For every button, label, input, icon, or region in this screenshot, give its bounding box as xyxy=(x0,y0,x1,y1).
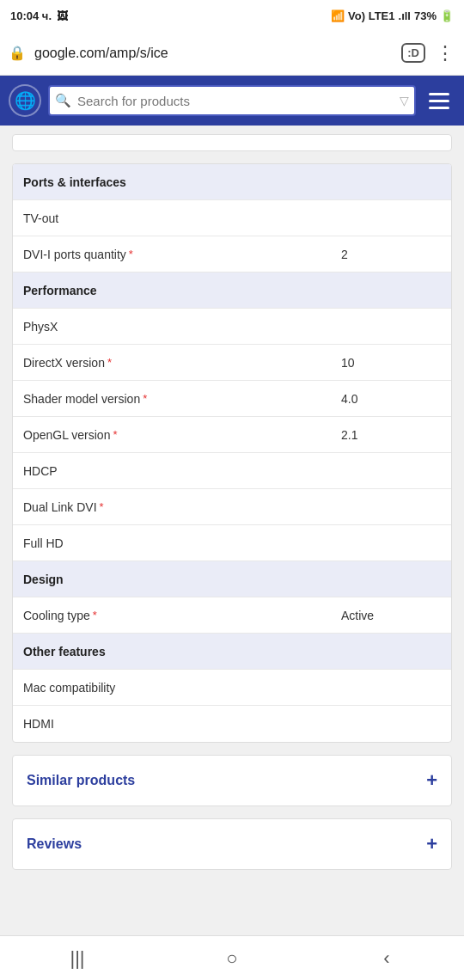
spec-label: Shader model version * xyxy=(13,381,331,416)
browser-actions: :D ⋮ xyxy=(401,42,455,64)
spec-row: OpenGL version *2.1 xyxy=(13,417,451,453)
required-star: * xyxy=(100,500,104,513)
carrier-label: Vo) LTE1 xyxy=(348,9,394,22)
bottom-nav-back[interactable]: ‹ xyxy=(361,941,412,976)
more-options-button[interactable]: ⋮ xyxy=(436,42,455,64)
spec-value: 4.0 xyxy=(331,381,451,416)
required-star: * xyxy=(113,428,117,441)
globe-icon: 🌐 xyxy=(15,90,36,111)
required-star: * xyxy=(129,248,133,260)
collapsible-title-similar-products: Similar products xyxy=(27,773,135,788)
spec-row: HDMI xyxy=(13,706,451,742)
lock-icon: 🔒 xyxy=(9,45,26,61)
spec-label: OpenGL version * xyxy=(13,417,331,452)
spec-label: Full HD xyxy=(13,525,451,560)
battery-icon: 🔋 xyxy=(440,9,454,22)
spec-label: DirectX version * xyxy=(13,345,331,380)
status-bar: 10:04 ч. 🖼 📶 Vo) LTE1 .ıll 73% 🔋 xyxy=(0,0,464,31)
spec-label: TV-out xyxy=(13,200,451,236)
required-star: * xyxy=(107,356,112,369)
browser-url[interactable]: google.com/amp/s/ice xyxy=(34,46,393,61)
spec-label: HDCP xyxy=(13,453,451,488)
collapsible-similar-products[interactable]: Similar products+ xyxy=(12,755,452,806)
spec-value: 10 xyxy=(331,345,451,380)
spec-label: Other features xyxy=(13,634,451,669)
spec-row: Full HD xyxy=(13,525,451,561)
collapsible-reviews[interactable]: Reviews+ xyxy=(12,818,452,870)
top-nav-bar: 🌐 🔍 ▽ xyxy=(0,76,464,126)
collapsible-plus-similar-products: + xyxy=(426,769,437,792)
status-right: 📶 Vo) LTE1 .ıll 73% 🔋 xyxy=(331,9,454,22)
spec-label: Performance xyxy=(13,273,451,308)
search-icon: 🔍 xyxy=(55,93,71,108)
spec-section-header: Design xyxy=(13,561,451,597)
emoji-button[interactable]: :D xyxy=(401,43,425,63)
spec-row: Dual Link DVI * xyxy=(13,489,451,525)
spec-label: PhysX xyxy=(13,309,451,344)
spec-row: DVI-I ports quantity *2 xyxy=(13,236,451,273)
globe-button[interactable]: 🌐 xyxy=(9,84,41,117)
spec-section-header: Other features xyxy=(13,634,451,670)
spec-label: Cooling type * xyxy=(13,597,331,633)
main-content: Ports & interfacesTV-outDVI-I ports quan… xyxy=(0,126,464,891)
search-wrapper: 🔍 ▽ xyxy=(48,85,416,116)
spec-row: Shader model version *4.0 xyxy=(13,381,451,417)
spec-value: 2 xyxy=(331,236,451,272)
spec-label: Dual Link DVI * xyxy=(13,489,451,524)
spec-table-card: Ports & interfacesTV-outDVI-I ports quan… xyxy=(12,163,452,743)
hamburger-button[interactable] xyxy=(423,84,455,117)
bottom-nav: ||| ○ ‹ xyxy=(0,935,464,980)
spec-row: PhysX xyxy=(13,309,451,345)
spec-value: 2.1 xyxy=(331,417,451,452)
spec-label: Mac compatibility xyxy=(13,670,451,705)
spec-label: Design xyxy=(13,561,451,597)
bottom-nav-menu[interactable]: ||| xyxy=(52,941,103,976)
search-input[interactable] xyxy=(48,85,416,116)
spec-row: Mac compatibility xyxy=(13,670,451,706)
spec-row: Cooling type *Active xyxy=(13,597,451,634)
wifi-icon: 📶 xyxy=(331,9,345,22)
browser-bar: 🔒 google.com/amp/s/ice :D ⋮ xyxy=(0,31,464,76)
signal-strength: .ıll xyxy=(399,9,411,22)
photo-icon: 🖼 xyxy=(57,9,68,22)
spec-row: TV-out xyxy=(13,200,451,236)
filter-icon: ▽ xyxy=(400,94,409,107)
status-left: 10:04 ч. 🖼 xyxy=(10,9,68,22)
spec-label: DVI-I ports quantity * xyxy=(13,236,331,272)
collapsible-plus-reviews: + xyxy=(426,833,437,855)
spec-section-header: Performance xyxy=(13,273,451,309)
collapsible-title-reviews: Reviews xyxy=(27,836,82,852)
required-star: * xyxy=(93,609,97,622)
spec-section-header: Ports & interfaces xyxy=(13,164,451,200)
spec-label: HDMI xyxy=(13,706,451,742)
required-star: * xyxy=(143,392,147,405)
spec-row: HDCP xyxy=(13,453,451,489)
partial-card-top xyxy=(12,134,452,151)
battery-label: 73% xyxy=(414,9,437,22)
bottom-nav-home[interactable]: ○ xyxy=(206,941,258,976)
spec-value: Active xyxy=(331,597,451,633)
time-display: 10:04 ч. xyxy=(10,9,52,22)
spec-label: Ports & interfaces xyxy=(13,164,451,199)
spec-row: DirectX version *10 xyxy=(13,345,451,381)
